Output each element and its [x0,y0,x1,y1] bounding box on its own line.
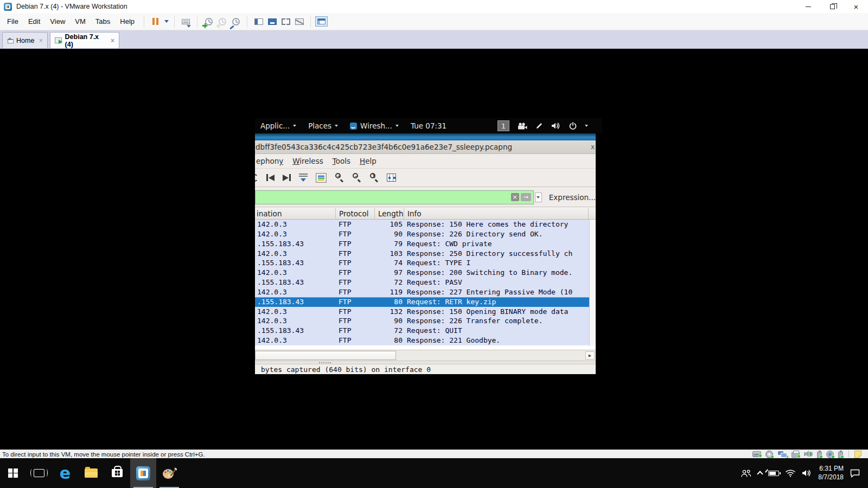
menu-help[interactable]: Help [360,157,376,165]
filter-history-dropdown[interactable] [535,192,542,202]
restore-button[interactable] [820,0,844,13]
printer-icon[interactable] [792,452,800,458]
go-first-packet-button[interactable] [266,174,275,181]
workspace-indicator[interactable]: 1 [497,120,509,131]
auto-scroll-button[interactable] [299,174,308,182]
menu-file[interactable]: File [2,17,23,25]
menu-vm[interactable]: VM [70,17,91,25]
zoom-out-button[interactable]: − [352,173,361,182]
detail-frame-line[interactable]: bytes captured (640 bits) on interface 0 [261,365,431,374]
places-menu[interactable]: Places [308,121,338,130]
reload-icon[interactable] [255,174,258,182]
pen-icon[interactable] [535,122,543,130]
column-destination[interactable]: ination [255,208,335,219]
show-library-button[interactable] [252,15,265,29]
scroll-right-arrow-icon[interactable]: ▶ [585,351,595,359]
task-view-button[interactable] [26,458,52,488]
packet-list-vertical-scrollbar[interactable] [589,220,596,346]
packet-row[interactable]: 142.0.3FTP90Response: 226 Transfer compl… [255,316,589,326]
menu-help[interactable]: Help [115,17,139,25]
chevron-down-icon[interactable] [585,125,588,127]
sound-card-icon[interactable] [804,451,813,458]
volume-icon[interactable] [551,122,561,130]
menu-tools[interactable]: Tools [333,157,350,165]
console-view-toggle-button[interactable] [315,16,328,27]
menu-wireless[interactable]: Wireless [292,157,323,165]
packet-row[interactable]: .155.183.43FTP79Request: CWD private [255,239,589,249]
scrollbar-thumb[interactable] [255,351,396,360]
cd-dvd-icon[interactable] [765,451,773,458]
unity-mode-button[interactable] [292,15,306,29]
power-pause-button[interactable] [149,15,162,29]
usb-device-icon[interactable] [817,452,822,458]
webcam-icon[interactable] [826,451,834,458]
close-button[interactable]: × [844,0,868,13]
menu-view[interactable]: View [45,17,70,25]
file-explorer-button[interactable] [78,458,104,488]
start-button[interactable] [0,458,26,488]
applications-menu[interactable]: Applic... [260,121,296,130]
packet-row[interactable]: .155.183.43FTP72Request: PASV [255,278,589,287]
store-button[interactable] [104,458,130,488]
hard-disk-icon[interactable] [752,451,761,457]
column-length[interactable]: Length [374,208,404,219]
wifi-icon[interactable] [785,469,796,477]
snapshot-manager-button[interactable] [229,15,242,29]
colorize-packets-button[interactable] [316,173,327,183]
detail-ethernet-line[interactable]: 0. 0. 00 00), Dst: 40 01 0. 0. 00 01 (40… [256,374,494,374]
speaker-icon[interactable] [802,469,812,477]
people-icon[interactable] [741,469,752,478]
wireshark-titlebar[interactable]: dbff3fe0543ca336c4c425cb723e3f4b6c0e91a6… [255,140,596,154]
packet-row[interactable]: 142.0.3FTP105Response: 150 Here comes th… [255,220,589,229]
vmware-taskbar-button[interactable] [130,458,156,488]
power-options-dropdown[interactable] [162,15,170,29]
message-log-icon[interactable] [854,451,861,458]
action-center-icon[interactable] [850,468,860,478]
packet-row[interactable]: 142.0.3FTP103Response: 250 Directory suc… [255,249,589,259]
horizontal-scrollbar[interactable]: ▶ [255,350,596,361]
tab-home[interactable]: Home × [2,32,48,48]
zoom-in-button[interactable]: + [335,173,344,182]
column-protocol[interactable]: Protocol [335,208,374,219]
tab-home-close-icon[interactable]: × [36,37,43,44]
packet-row[interactable]: 142.0.3FTP90Response: 226 Directory send… [255,229,589,239]
paint-taskbar-button[interactable] [156,458,182,488]
zoom-normal-button[interactable]: 1 [369,173,379,182]
packet-row[interactable]: 142.0.3FTP119Response: 227 Entering Pass… [255,287,589,297]
power-icon[interactable] [569,122,577,130]
packet-row[interactable]: .155.183.43FTP74Request: TYPE I [255,258,589,268]
go-last-packet-button[interactable] [283,174,291,181]
wireshark-app-menu[interactable]: Wiresh... [350,121,399,130]
display-filter-input[interactable]: × → [255,190,534,204]
hidden-icons-chevron[interactable] [757,471,763,477]
expression-button[interactable]: Expression... [549,193,596,202]
packet-row[interactable]: 142.0.3FTP80Response: 221 Goodbye. [255,336,589,345]
taskbar-clock[interactable]: 6:31 PM 8/7/2018 [818,465,844,481]
wireshark-close-icon[interactable]: x [591,143,596,151]
menu-telephony[interactable]: ephony [256,157,283,165]
fullscreen-button[interactable] [279,15,292,29]
usb-controller-icon[interactable] [838,452,843,458]
packet-row[interactable]: .155.183.43FTP72Request: QUIT [255,326,589,336]
menu-edit[interactable]: Edit [23,17,45,25]
gnome-clock[interactable]: Tue 07:31 [411,121,446,130]
take-snapshot-button[interactable] [202,15,215,29]
packet-row[interactable]: .155.183.43FTP80Request: RETR key.zip [255,297,589,307]
filter-clear-button[interactable]: × [511,193,519,201]
packet-row[interactable]: 142.0.3FTP97Response: 200 Switching to B… [255,268,589,278]
camera-icon[interactable] [518,123,527,130]
packet-row[interactable]: 142.0.3FTP132Response: 150 Opening BINAR… [255,307,589,317]
resize-columns-button[interactable] [387,174,396,182]
column-info[interactable]: Info [404,208,588,219]
power-battery-icon[interactable] [768,471,779,476]
edge-button[interactable]: e [52,458,78,488]
send-ctrl-alt-del-button[interactable] [179,15,193,29]
menu-tabs[interactable]: Tabs [91,17,115,25]
show-thumbnail-bar-button[interactable] [265,15,279,29]
network-adapter-icon[interactable] [777,451,787,458]
tab-debian-vm[interactable]: Debian 7.x (4) × [50,32,119,48]
filter-apply-button[interactable]: → [521,193,531,201]
guest-screen[interactable]: Applic... Places Wiresh... Tue 07:31 1 [255,118,602,374]
revert-snapshot-button[interactable] [215,15,229,29]
tab-vm-close-icon[interactable]: × [107,37,114,44]
